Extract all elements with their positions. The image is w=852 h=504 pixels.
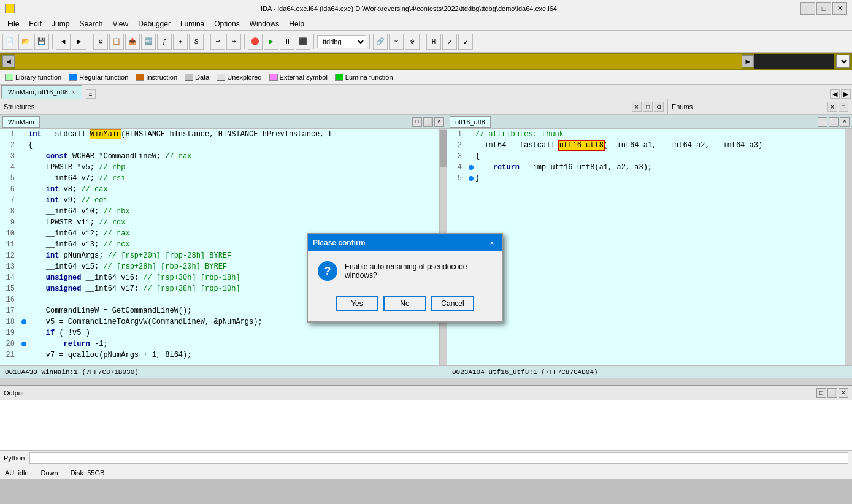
view-select[interactable] (836, 55, 850, 68)
structures-settings[interactable]: ⚙ (654, 102, 664, 112)
dialog-yes-button[interactable]: Yes (336, 296, 378, 311)
legend-lumina: Lumina function (335, 74, 393, 81)
right-scrollbar-v[interactable] (845, 129, 852, 365)
dialog-close-btn[interactable]: × (487, 238, 497, 248)
tb-detach[interactable]: ✂ (389, 34, 404, 50)
output-restore[interactable]: □ (816, 388, 826, 398)
structures-maximize[interactable]: □ (643, 102, 653, 112)
left-pane-controls: □ ⬜ × (412, 117, 444, 127)
tab-nav-left[interactable]: ◀ (830, 89, 840, 99)
graph-canvas (15, 54, 742, 69)
close-button[interactable]: ✕ (832, 2, 847, 15)
winmain-tab-label: WinMain (8, 118, 34, 126)
minimize-button[interactable]: ─ (800, 2, 815, 15)
main-tab-label: WinMain, utf16_utf8 (8, 88, 68, 96)
app-icon (5, 4, 15, 13)
tb-undo[interactable]: ↩ (210, 34, 225, 50)
tb-step[interactable]: ⬛ (296, 34, 310, 50)
restore-button[interactable]: □ (816, 2, 831, 15)
tb-nav1[interactable]: ↗ (442, 34, 457, 50)
left-pane-close[interactable]: × (434, 117, 444, 127)
output-label: Output (4, 389, 24, 397)
menu-lumina[interactable]: Lumina (175, 18, 209, 29)
python-input[interactable] (29, 452, 848, 464)
enums-maximize[interactable]: □ (839, 102, 848, 112)
left-pane-maximize[interactable]: ⬜ (423, 117, 433, 127)
main-tab-close[interactable]: × (72, 89, 75, 96)
tb-seg[interactable]: ⚙ (93, 34, 108, 50)
left-scrollbar-h-bar (0, 378, 447, 385)
code-line-20: 20 return -1; (0, 338, 439, 349)
tb-back[interactable]: ◀ (56, 34, 71, 50)
dialog-title-text: Please confirm (313, 239, 365, 247)
tb-attach[interactable]: 🔗 (373, 34, 388, 50)
structures-close[interactable]: × (632, 102, 642, 112)
tab-nav-right[interactable]: ▶ (841, 89, 851, 99)
graph-right-arrow[interactable]: ▶ (742, 55, 754, 67)
line-code-1: int __stdcall WinMain(HINSTANCE hInstanc… (28, 129, 439, 140)
main-tab-winmain-utf16[interactable]: WinMain, utf16_utf8 × (1, 85, 82, 99)
tb-strings[interactable]: S (189, 34, 204, 50)
winmain-tab[interactable]: WinMain (2, 116, 40, 128)
right-pane-close[interactable]: × (840, 117, 850, 127)
left-pane-restore[interactable]: □ (412, 117, 422, 127)
tb-save[interactable]: 💾 (34, 34, 49, 50)
code-line-1: 1 int __stdcall WinMain(HINSTANCE hInsta… (0, 129, 439, 140)
status-bar: AU: idle Down Disk: 55GB (0, 465, 852, 479)
tb-open[interactable]: 📂 (18, 34, 33, 50)
graph-left-arrow[interactable]: ◀ (2, 55, 15, 67)
output-maximize[interactable]: ⬜ (827, 388, 837, 398)
tb-pause[interactable]: ⏸ (280, 34, 294, 50)
right-pane-restore[interactable]: □ (818, 117, 827, 127)
tb-fwd[interactable]: ▶ (72, 34, 86, 50)
enums-panel-header: Enums × □ (668, 99, 852, 114)
menu-search[interactable]: Search (74, 18, 107, 29)
legend-unexplored-color (217, 74, 225, 81)
right-pane-header: utf16_utf8 □ ⬜ × (447, 115, 852, 129)
code-line-6: 6 int v8; // eax (0, 184, 439, 195)
left-status-text: 0018A430 WinMain:1 (7FF7C871B030) (5, 368, 139, 376)
tb-names[interactable]: 🔤 (141, 34, 156, 50)
tb-imports[interactable]: 📋 (109, 34, 124, 50)
tb-funcs[interactable]: ƒ (157, 34, 172, 50)
legend-external-color (269, 74, 278, 81)
tb-xrefs[interactable]: ✦ (173, 34, 188, 50)
menu-view[interactable]: View (107, 18, 133, 29)
tb-redo[interactable]: ↪ (226, 34, 241, 50)
legend-external: External symbol (269, 74, 328, 81)
structures-panel-header: Structures × □ ⚙ (0, 99, 668, 114)
menu-debugger[interactable]: Debugger (133, 18, 175, 29)
left-scrollbar-h[interactable] (0, 378, 447, 385)
right-pane-maximize[interactable]: ⬜ (829, 117, 839, 127)
utf16-tab[interactable]: utf16_utf8 (450, 116, 491, 128)
output-close[interactable]: × (839, 388, 848, 398)
tb-stop[interactable]: 🔴 (248, 34, 263, 50)
tb-run[interactable]: ▶ (264, 34, 278, 50)
code-line-19: 19 if ( !v5 ) (0, 327, 439, 338)
legend-data-label: Data (195, 74, 209, 81)
menu-help[interactable]: Help (284, 18, 309, 29)
menu-windows[interactable]: Windows (245, 18, 285, 29)
enums-close[interactable]: × (827, 102, 837, 112)
menu-file[interactable]: File (2, 18, 24, 29)
legend-external-label: External symbol (280, 74, 328, 81)
debugger-combo[interactable]: ttddbg (317, 35, 366, 48)
tab-fit-btn[interactable]: ≡ (86, 89, 96, 99)
menu-options[interactable]: Options (209, 18, 244, 29)
output-content (0, 400, 852, 450)
right-code-main[interactable]: 1 // attributes: thunk 2 __int64 __fastc… (447, 129, 845, 365)
dialog-cancel-button[interactable]: Cancel (431, 296, 474, 311)
tb-hex[interactable]: H (426, 34, 441, 50)
tb-settings[interactable]: ⚙ (405, 34, 420, 50)
tb-new[interactable]: 📄 (2, 34, 17, 50)
menu-jump[interactable]: Jump (47, 18, 74, 29)
tb-exports[interactable]: 📤 (125, 34, 140, 50)
dialog-no-button[interactable]: No (383, 296, 426, 311)
right-dot-4 (469, 165, 474, 170)
right-pane-status: 0023A104 utf16_utf8:1 (7FF7C87CAD04) (447, 365, 852, 378)
menu-edit[interactable]: Edit (24, 18, 47, 29)
title-bar: IDA - ida64.exe.i64 (ida64.exe) D:\Work\… (0, 0, 852, 17)
enums-label: Enums (672, 103, 693, 110)
tb-nav2[interactable]: ↙ (458, 34, 473, 50)
right-dot-5 (469, 176, 474, 181)
